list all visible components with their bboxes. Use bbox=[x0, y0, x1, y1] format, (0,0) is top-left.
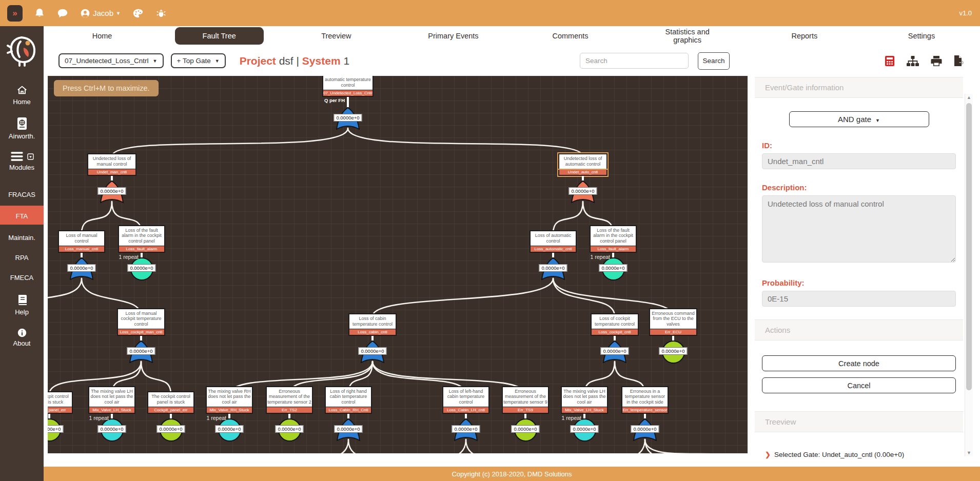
search-button[interactable]: Search bbox=[698, 52, 730, 70]
node-id-label: Loss_fault_alarm bbox=[118, 246, 165, 253]
modules-toggle-icon bbox=[27, 153, 34, 160]
node-value: 0.0000e+0 bbox=[358, 347, 386, 355]
tab-statistics[interactable]: Statistics and graphics bbox=[629, 23, 746, 49]
node-description: Either manual or automatic temperature c… bbox=[322, 76, 374, 90]
chat-icon[interactable] bbox=[56, 8, 69, 19]
fault-tree-canvas[interactable]: Press Ctrl+M to maximize. Either manual … bbox=[48, 76, 748, 453]
search-input[interactable] bbox=[580, 53, 689, 69]
node-value: 0.0000e+0 bbox=[127, 347, 155, 355]
description-field[interactable]: Undetected loss of manual control bbox=[762, 195, 956, 263]
tree-node[interactable]: Erroneous in a temperature sensor in the… bbox=[621, 407, 669, 441]
tab-home[interactable]: Home bbox=[44, 27, 161, 45]
cancel-button[interactable]: Cancel bbox=[762, 377, 956, 393]
tree-node[interactable]: Either manual or automatic temperature c… bbox=[322, 90, 374, 130]
node-connector bbox=[644, 414, 646, 418]
node-description: Loss of the fault alarm in the cockpit c… bbox=[118, 225, 165, 246]
node-description: Loss of left-hand cabin temperature cont… bbox=[442, 386, 489, 407]
tab-primary-events[interactable]: Primary Events bbox=[395, 27, 512, 45]
tree-node[interactable]: Loss of cockpit temperature controlLoss_… bbox=[591, 329, 639, 363]
tree-node[interactable]: Loss of manual controlLoss_manual_cntl0.… bbox=[58, 246, 105, 280]
node-value: 0.0000e+0 bbox=[599, 264, 627, 272]
node-value: 0.0000e+0 bbox=[334, 425, 362, 433]
tree-node[interactable]: Loss of manual cockpit temperature contr… bbox=[117, 329, 165, 363]
print-icon[interactable] bbox=[931, 55, 942, 67]
tree-node[interactable]: The cockpit control panel is stuckCockpi… bbox=[147, 407, 194, 441]
expand-sidebar-button[interactable]: » bbox=[7, 5, 23, 22]
panel-scrollbar[interactable]: ▲ ▼ bbox=[965, 94, 973, 456]
tree-node[interactable]: The cockpit control panel is stuckCockpi… bbox=[48, 407, 73, 441]
tree-node[interactable]: The mixing valve LH does not let pass th… bbox=[88, 407, 135, 441]
tree-node[interactable]: Erroneous measurement of the temperature… bbox=[266, 407, 313, 441]
sidebar-item-airworthiness[interactable]: Airworth. bbox=[0, 114, 44, 143]
sidebar-item-rpa[interactable]: RPA bbox=[0, 249, 44, 265]
bell-icon[interactable] bbox=[34, 8, 45, 19]
node-value: 0.0000e+0 bbox=[156, 425, 185, 433]
export-file-icon[interactable] bbox=[953, 55, 964, 67]
chevron-down-icon: ▼ bbox=[153, 58, 158, 64]
probability-field[interactable] bbox=[762, 291, 956, 307]
bug-icon[interactable] bbox=[155, 8, 167, 19]
top-bar: » Jacob ▼ v1.0 bbox=[0, 0, 980, 26]
tab-settings[interactable]: Settings bbox=[863, 27, 980, 45]
top-gate-dropdown[interactable]: + Top Gate▼ bbox=[171, 53, 226, 68]
tree-node[interactable]: Loss of the fault alarm in the cockpit c… bbox=[590, 246, 637, 280]
passport-icon bbox=[16, 117, 28, 130]
repeat-label: 1 repeat bbox=[206, 415, 226, 421]
sidebar-item-fracas[interactable]: FRACAS bbox=[0, 186, 44, 202]
node-connector bbox=[347, 414, 349, 418]
id-label: ID: bbox=[762, 141, 956, 150]
tree-node[interactable]: Loss of automatic controlLoss_automatic_… bbox=[530, 246, 577, 280]
section-treeview: Treeview bbox=[755, 411, 963, 432]
node-description: The mixing valve LH does not let pass th… bbox=[88, 386, 135, 407]
scrollbar-thumb[interactable] bbox=[966, 103, 972, 390]
node-connector bbox=[140, 336, 142, 340]
tree-node[interactable]: Loss of right hand cabin temperature con… bbox=[325, 407, 372, 441]
node-connector bbox=[465, 414, 467, 418]
scroll-up-icon[interactable]: ▲ bbox=[965, 95, 973, 100]
chevron-right-icon: ❯ bbox=[765, 451, 771, 458]
node-description: Undetected loss of manual control bbox=[87, 153, 136, 169]
tree-node[interactable]: Erroneous measurement of the temperature… bbox=[502, 407, 549, 441]
user-menu[interactable]: Jacob ▼ bbox=[80, 8, 121, 18]
probability-label: Probability: bbox=[762, 278, 956, 287]
create-node-button[interactable]: Create node bbox=[762, 355, 956, 371]
tree-node[interactable]: Erroneous command from the ECU to the va… bbox=[649, 329, 697, 363]
repeat-label: 1 repeat bbox=[119, 254, 139, 260]
sidebar-item-modules[interactable]: Modules bbox=[0, 148, 44, 174]
node-id-label: Mix_Valve_LH_Stuck bbox=[88, 407, 135, 414]
gate-type-dropdown[interactable]: AND gate▼ bbox=[789, 111, 929, 127]
node-value: 0.0000e+0 bbox=[97, 187, 126, 195]
tree-node[interactable]: The mixing valve LH does not let pass th… bbox=[561, 407, 608, 441]
tab-comments[interactable]: Comments bbox=[512, 27, 629, 45]
nav-tabs: Home Fault Tree Treeview Primary Events … bbox=[44, 26, 980, 46]
node-id-label: Cockpit_panel_err bbox=[48, 407, 73, 414]
id-field[interactable] bbox=[762, 153, 956, 169]
sidebar-item-maintain[interactable]: Maintain. bbox=[0, 229, 44, 245]
fault-tree-select[interactable]: 07_Undetected_Loss_Cntrl▼ bbox=[58, 53, 164, 68]
sidebar-item-home[interactable]: Home bbox=[0, 82, 44, 109]
tree-node[interactable]: Loss of left-hand cabin temperature cont… bbox=[442, 407, 489, 441]
node-id-label: Loss_Cabin_LH_cntl bbox=[442, 407, 489, 414]
tree-node[interactable]: Loss of cabin temperature controlLoss_ca… bbox=[348, 329, 397, 363]
scroll-down-icon[interactable]: ▼ bbox=[965, 450, 973, 455]
sitemap-icon[interactable] bbox=[906, 55, 919, 67]
calculator-icon[interactable] bbox=[885, 55, 895, 67]
node-id-label: Err_TS2 bbox=[266, 407, 313, 414]
treeview-selected-gate[interactable]: ❯ Selected Gate: Undet_auto_cntl (0.00e+… bbox=[755, 451, 963, 458]
tree-node[interactable]: Undetected loss of manual controlUndet_m… bbox=[87, 169, 136, 203]
sidebar-item-about[interactable]: About bbox=[0, 325, 44, 350]
tab-reports[interactable]: Reports bbox=[746, 27, 863, 45]
tree-node[interactable]: Undetected loss of automatic controlUnde… bbox=[558, 169, 607, 203]
node-connector bbox=[228, 414, 230, 418]
tab-fault-tree[interactable]: Fault Tree bbox=[161, 27, 278, 45]
palette-icon[interactable] bbox=[132, 8, 144, 19]
sidebar-item-help[interactable]: Help bbox=[0, 291, 44, 319]
sidebar-item-fta[interactable]: FTA bbox=[0, 206, 44, 225]
node-description: The cockpit control panel is stuck bbox=[147, 391, 194, 407]
tree-node[interactable]: The mixing valve RH does not let pass th… bbox=[206, 407, 253, 441]
node-value: 0.0000e+0 bbox=[97, 425, 126, 433]
sidebar-item-fmeca[interactable]: FMECA bbox=[0, 269, 44, 285]
tree-node[interactable]: Loss of the fault alarm in the cockpit c… bbox=[118, 246, 165, 280]
tab-treeview[interactable]: Treeview bbox=[278, 27, 395, 45]
info-icon bbox=[17, 328, 27, 337]
